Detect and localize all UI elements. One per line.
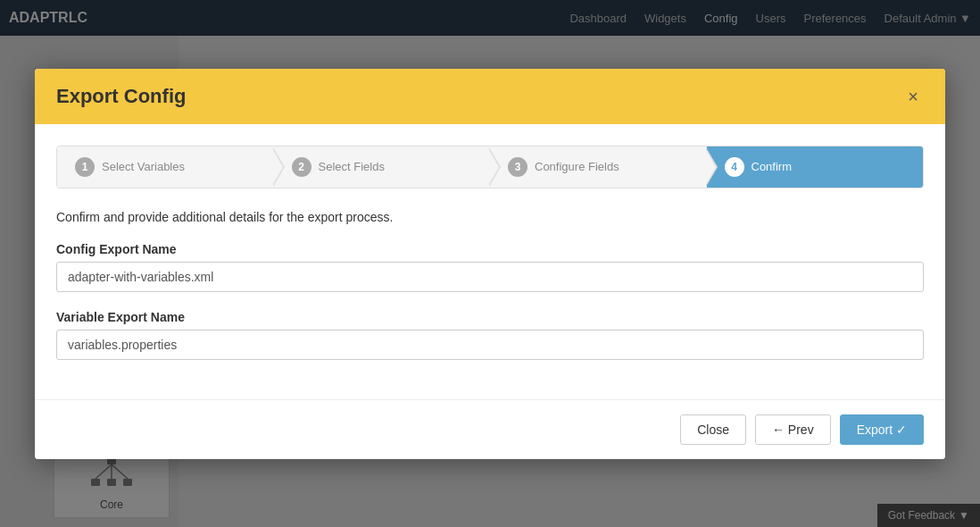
config-export-name-label: Config Export Name <box>56 242 924 256</box>
step-2-label: Select Fields <box>319 160 385 173</box>
stepper: 1 Select Variables 2 Select Fields 3 Con… <box>56 146 924 188</box>
step-4-label: Confirm <box>752 160 793 173</box>
config-export-name-input[interactable] <box>56 262 924 292</box>
modal-footer: Close ← Prev Export ✓ <box>35 399 945 459</box>
export-config-modal: Export Config × 1 Select Variables 2 Sel… <box>35 69 945 459</box>
config-export-name-group: Config Export Name <box>56 242 924 292</box>
prev-button[interactable]: ← Prev <box>755 414 831 445</box>
step-2-number: 2 <box>292 157 311 177</box>
variable-export-name-label: Variable Export Name <box>56 310 924 324</box>
modal-header: Export Config × <box>35 69 945 124</box>
modal-title: Export Config <box>56 85 186 108</box>
close-button[interactable]: Close <box>680 414 746 445</box>
modal-overlay: Export Config × 1 Select Variables 2 Sel… <box>0 0 980 527</box>
variable-export-name-input[interactable] <box>56 330 924 360</box>
export-button[interactable]: Export ✓ <box>840 414 924 445</box>
modal-body: 1 Select Variables 2 Select Fields 3 Con… <box>35 124 945 399</box>
confirm-description: Confirm and provide additional details f… <box>56 210 924 224</box>
variable-export-name-group: Variable Export Name <box>56 310 924 360</box>
step-4-number: 4 <box>725 157 744 177</box>
step-1-number: 1 <box>75 157 95 177</box>
step-1-select-variables[interactable]: 1 Select Variables <box>57 146 274 188</box>
step-3-number: 3 <box>508 157 527 177</box>
step-3-label: Configure Fields <box>535 160 619 173</box>
step-1-label: Select Variables <box>102 160 185 173</box>
step-2-select-fields[interactable]: 2 Select Fields <box>274 146 491 188</box>
modal-close-button[interactable]: × <box>902 86 924 107</box>
step-3-configure-fields[interactable]: 3 Configure Fields <box>490 146 707 188</box>
step-4-confirm[interactable]: 4 Confirm <box>707 146 924 188</box>
